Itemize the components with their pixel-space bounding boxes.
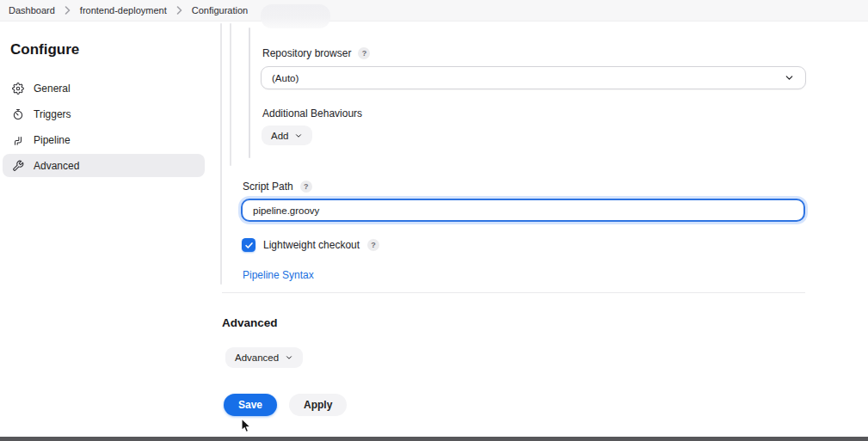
advanced-section-title: Advanced [222,316,278,329]
script-path-input[interactable] [241,199,805,222]
script-path-label: Script Path ? [243,181,312,193]
checkmark-icon [244,241,254,250]
sidebar-item-triggers[interactable]: Triggers [3,102,205,126]
section-indent-line [230,23,231,166]
help-icon[interactable]: ? [367,239,379,251]
lightweight-checkout-row: Lightweight checkout ? [242,238,379,252]
bottom-bar [0,437,868,441]
pipeline-icon [12,134,24,146]
add-button-label: Add [271,131,288,141]
stopwatch-icon [12,108,24,120]
apply-button[interactable]: Apply [289,394,347,416]
form-actions: Save Apply [224,394,347,416]
lightweight-checkout-label: Lightweight checkout [263,239,360,251]
additional-behaviours-label: Additional Behaviours [262,107,362,119]
breadcrumb-bar: Dashboard frontend-deployment Configurat… [0,0,868,21]
section-indent-line [249,28,250,158]
obscured-form-element [261,4,330,28]
add-behaviour-button[interactable]: Add [262,126,312,145]
chevron-right-icon [176,6,182,15]
chevron-down-icon [285,353,293,362]
pipeline-syntax-link[interactable]: Pipeline Syntax [243,269,314,281]
repository-browser-label-text: Repository browser [262,47,351,59]
script-path-label-text: Script Path [243,181,293,193]
breadcrumb-item-configuration[interactable]: Configuration [192,5,248,15]
chevron-down-icon [294,132,303,140]
mouse-cursor [241,418,252,438]
sidebar-item-label: Pipeline [34,134,71,146]
breadcrumb: Dashboard frontend-deployment Configurat… [9,5,248,15]
advanced-button-label: Advanced [235,352,279,363]
sidebar-item-pipeline[interactable]: Pipeline [3,128,205,151]
sidebar-item-general[interactable]: General [3,77,205,100]
jenkins-configure-page: Dashboard frontend-deployment Configurat… [0,0,868,441]
repository-browser-select[interactable]: (Auto) [261,66,806,89]
section-divider [222,292,805,293]
gear-icon [12,83,24,95]
repository-browser-label: Repository browser ? [262,47,370,59]
chevron-down-icon [784,72,795,83]
sidebar-item-label: General [34,83,71,95]
advanced-dropdown-button[interactable]: Advanced [225,347,303,368]
chevron-right-icon [65,6,71,15]
sidebar-item-label: Triggers [34,108,71,120]
sidebar-item-advanced[interactable]: Advanced [3,154,205,177]
sidebar-nav: General Triggers Pipeline Advanced [3,77,205,180]
save-button[interactable]: Save [224,394,277,416]
lightweight-checkout-checkbox[interactable] [242,238,255,252]
breadcrumb-item-dashboard[interactable]: Dashboard [9,5,55,15]
additional-behaviours-label-text: Additional Behaviours [262,107,362,119]
help-icon[interactable]: ? [300,181,312,193]
section-indent-line [220,23,222,285]
page-title: Configure [10,41,79,58]
sidebar-item-label: Advanced [34,160,79,172]
repository-browser-value: (Auto) [272,73,299,83]
help-icon[interactable]: ? [358,47,370,59]
wrench-icon [12,160,24,172]
breadcrumb-item-job[interactable]: frontend-deployment [80,5,167,15]
